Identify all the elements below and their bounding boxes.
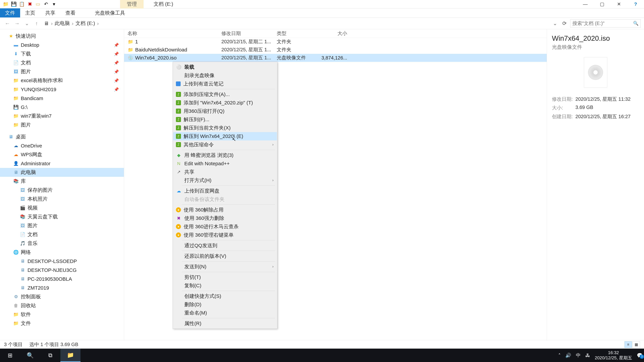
tree-pictures3[interactable]: 🖼图片	[0, 221, 124, 230]
tree-pc3[interactable]: 🖥PC-20190530OBLA	[0, 275, 124, 283]
address-dropdown-icon[interactable]: ⌄	[553, 20, 557, 26]
tray-chevron-icon[interactable]: ˄	[558, 353, 561, 358]
menu-item[interactable]: ☁上传到百度网盘	[173, 187, 277, 195]
tree-pc1[interactable]: 🖥DESKTOP-LSSOEDP	[0, 257, 124, 266]
search-box[interactable]: 🔍	[570, 19, 641, 27]
explorer-taskbar-button[interactable]: 📁	[60, 349, 80, 362]
forward-button[interactable]: →	[13, 19, 21, 27]
menu-item[interactable]: ●使用 360进行木马云查杀	[173, 222, 277, 231]
tree-music[interactable]: 🎵音乐	[0, 239, 124, 248]
recent-dropdown[interactable]: ⌄	[23, 19, 31, 27]
tree-pc4[interactable]: 🖥ZMT2019	[0, 283, 124, 292]
tree-recycle-bin[interactable]: 🗑回收站	[0, 301, 124, 310]
file-row[interactable]: 📁12020/12/15, 星期二 1...文件夹	[124, 38, 547, 46]
tree-wps[interactable]: ☁WPS网盘	[0, 150, 124, 159]
tab-disc-tools[interactable]: 光盘映像工具	[90, 8, 130, 17]
tree-control-panel[interactable]: ⚙控制面板	[0, 292, 124, 301]
tree-pc2[interactable]: 🖥DESKTOP-NJEU3CG	[0, 266, 124, 275]
menu-item[interactable]: NEdit with Notepad++	[173, 159, 277, 168]
menu-item[interactable]: 创建快捷方式(S)	[173, 292, 277, 300]
help-button[interactable]: ?	[627, 0, 644, 8]
col-size[interactable]: 大小	[320, 30, 354, 37]
menu-item[interactable]: 删除(D)	[173, 300, 277, 309]
tree-onedrive[interactable]: ☁OneDrive	[0, 141, 124, 150]
col-date[interactable]: 修改日期	[221, 30, 277, 37]
col-name[interactable]: 名称	[128, 30, 221, 37]
search-input[interactable]	[572, 21, 633, 26]
tree-excel-folder[interactable]: 📁excel表格制作求和📌	[0, 76, 124, 85]
tree-win7-folder[interactable]: 📁win7重装win7	[0, 112, 124, 120]
back-button[interactable]: ←	[3, 19, 12, 27]
notifications-icon[interactable]: 💬3	[637, 353, 643, 358]
manage-contextual-tab[interactable]: 管理	[120, 0, 144, 8]
menu-item[interactable]: Z添加到 "Win7x64_2020.zip" (T)	[173, 98, 277, 107]
file-row[interactable]: 💿Win7x64_2020.iso2020/12/25, 星期五 1...光盘映…	[124, 54, 547, 62]
ime-icon[interactable]: 中	[576, 352, 580, 359]
minimize-button[interactable]: —	[577, 0, 594, 8]
volume-icon[interactable]: 🔊	[565, 353, 571, 358]
task-view-button[interactable]: ⧉	[40, 349, 60, 362]
start-button[interactable]: ⊞	[0, 349, 20, 362]
breadcrumb[interactable]: 🖥 › 此电脑 › 文档 (E:) › ⌄	[42, 19, 559, 27]
save-icon[interactable]: 💾	[11, 1, 17, 7]
tree-pictures2[interactable]: 📁图片	[0, 120, 124, 129]
tree-tianyi[interactable]: 📚天翼云盘下载	[0, 212, 124, 221]
tree-videos[interactable]: 🎬视频	[0, 203, 124, 212]
tree-pictures[interactable]: 🖼图片📌	[0, 67, 124, 76]
menu-item[interactable]: 通过QQ发送到	[173, 241, 277, 250]
clock[interactable]: 16:32 2020/12/25, 星期五	[595, 350, 632, 361]
col-type[interactable]: 类型	[277, 30, 320, 37]
tree-admin[interactable]: 👤Administrator	[0, 159, 124, 168]
menu-item[interactable]: Z解压到当前文件夹(X)	[173, 124, 277, 132]
menu-item[interactable]: ●使用 360管理右键菜单	[173, 231, 277, 239]
menu-item[interactable]: Z用360压缩打开(Q)	[173, 107, 277, 115]
menu-item[interactable]: Z解压到 Win7x64_2020\ (E)	[173, 132, 277, 140]
file-row[interactable]: 📁BaiduNetdiskDownload2020/12/25, 星期五 1..…	[124, 46, 547, 54]
tree-desktop[interactable]: ▬Desktop📌	[0, 40, 124, 49]
tree-documents3[interactable]: 📄文档	[0, 230, 124, 239]
menu-item[interactable]: ◆用 蜂蜜浏览器 浏览(3)	[173, 151, 277, 159]
menu-item[interactable]: 属性(R)	[173, 319, 277, 328]
qat-dropdown-icon[interactable]: ▾	[51, 1, 57, 7]
menu-item[interactable]: 重命名(M)	[173, 309, 277, 317]
tree-bandicam[interactable]: 📁Bandicam	[0, 94, 124, 103]
rename-icon[interactable]: ▭	[35, 1, 41, 7]
tree-libraries[interactable]: 📚库	[0, 177, 124, 186]
tab-file[interactable]: 文件	[0, 8, 20, 17]
menu-item[interactable]: 打开方式(H)›	[173, 176, 277, 185]
menu-item[interactable]: 刻录光盘映像	[173, 71, 277, 80]
menu-item[interactable]: 还原以前的版本(V)	[173, 252, 277, 260]
icons-view-button[interactable]: ▦	[632, 341, 640, 348]
maximize-button[interactable]: ▢	[594, 0, 610, 8]
tab-share[interactable]: 共享	[40, 8, 60, 17]
menu-item[interactable]: ↗共享	[173, 168, 277, 176]
undo2-icon[interactable]: ↶	[43, 1, 49, 7]
details-view-button[interactable]: ≡	[624, 341, 632, 348]
tree-yunqishi[interactable]: 📁YUNQISHI2019📌	[0, 85, 124, 94]
tree-camera-roll[interactable]: 🖼本机照片	[0, 195, 124, 203]
refresh-button[interactable]: ⟳	[560, 20, 568, 26]
tree-network[interactable]: 🌐网络	[0, 248, 124, 257]
tree-quick-access[interactable]: ★快速访问	[0, 32, 124, 40]
menu-item[interactable]: 剪切(T)	[173, 273, 277, 281]
up-button[interactable]: ↑	[32, 19, 40, 27]
tree-documents[interactable]: 📄文档📌	[0, 58, 124, 67]
menu-item[interactable]: 复制(C)	[173, 281, 277, 290]
search-button[interactable]: 🔍	[20, 349, 40, 362]
tab-home[interactable]: 主页	[20, 8, 40, 17]
tree-this-pc[interactable]: 🖥此电脑	[0, 168, 124, 177]
close-button[interactable]: ✕	[610, 0, 627, 8]
tree-g-drive[interactable]: 💾G:\	[0, 103, 124, 112]
tree-saved-pictures[interactable]: 🖼保存的图片	[0, 186, 124, 195]
menu-item[interactable]: Z解压到(F)...	[173, 115, 277, 124]
tree-software[interactable]: 📁软件	[0, 310, 124, 319]
menu-item[interactable]: Z其他压缩命令›	[173, 140, 277, 149]
tab-view[interactable]: 查看	[60, 8, 80, 17]
search-icon[interactable]: 🔍	[633, 21, 638, 26]
undo-icon[interactable]: 📋	[19, 1, 25, 7]
breadcrumb-root[interactable]: 此电脑	[55, 20, 70, 27]
tree-downloads[interactable]: ⬇下载📌	[0, 49, 124, 58]
delete-icon[interactable]: ✖	[27, 1, 33, 7]
menu-item[interactable]: Z添加到压缩文件(A)...	[173, 90, 277, 98]
breadcrumb-loc[interactable]: 文档 (E:)	[76, 20, 95, 27]
